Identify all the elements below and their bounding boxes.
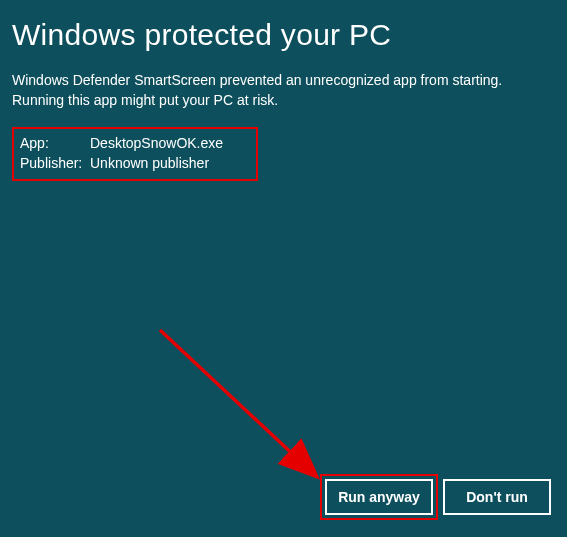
svg-line-1 [160,330,315,475]
publisher-value: Unknown publisher [90,153,209,173]
annotation-arrow-icon [150,320,350,500]
dialog-buttons: Run anyway Don't run [325,479,551,515]
app-value: DesktopSnowOK.exe [90,133,223,153]
app-row: App: DesktopSnowOK.exe [20,133,250,153]
run-anyway-button[interactable]: Run anyway [325,479,433,515]
dont-run-button[interactable]: Don't run [443,479,551,515]
dialog-title: Windows protected your PC [12,18,555,52]
publisher-row: Publisher: Unknown publisher [20,153,250,173]
dialog-description: Windows Defender SmartScreen prevented a… [12,70,555,111]
app-details-box: App: DesktopSnowOK.exe Publisher: Unknow… [12,127,258,182]
app-label: App: [20,133,90,153]
publisher-label: Publisher: [20,153,90,173]
